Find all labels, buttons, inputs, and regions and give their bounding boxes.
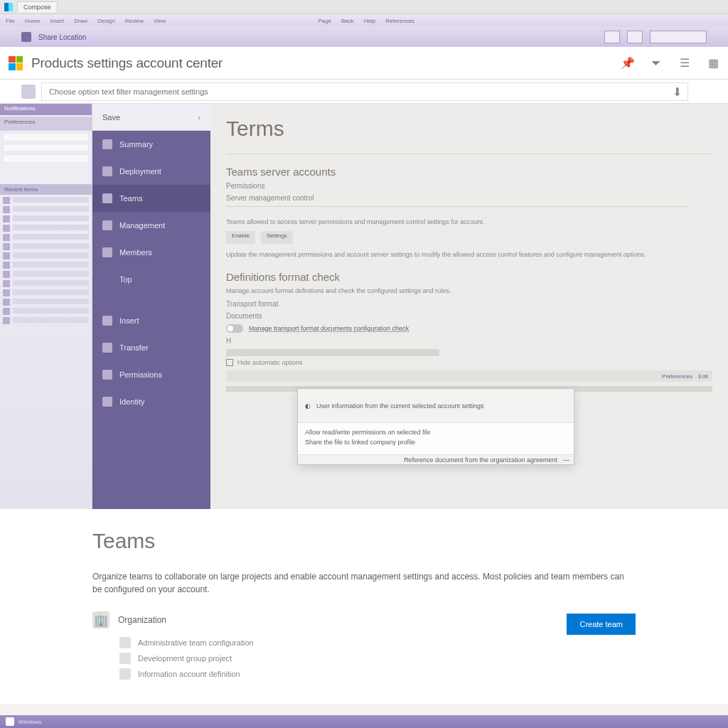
toggle-switch[interactable] (226, 324, 243, 333)
rail-row[interactable] (3, 299, 89, 306)
sidebar-item-transfer[interactable]: Transfer (92, 334, 210, 361)
rail-row[interactable] (3, 317, 89, 324)
rail-placeholder (3, 154, 89, 163)
sidebar-item-label: Permissions (119, 370, 162, 379)
rail-row[interactable] (3, 271, 89, 278)
ribbon-item[interactable]: References (385, 18, 414, 24)
section-label: H (226, 337, 712, 345)
bar-edit-link[interactable]: Edit (698, 373, 708, 380)
section-subtitle: Permissions (226, 182, 712, 190)
ribbon-item[interactable]: Insert (50, 18, 64, 24)
dialog-header: ◐ User information from the current sele… (298, 389, 574, 423)
team-subrow[interactable]: Information account definition (119, 668, 636, 680)
section-subtitle2: Server management control (226, 194, 712, 202)
rail-row[interactable] (3, 243, 89, 250)
identity-icon (102, 397, 112, 407)
team-subrow-label: Development group project (138, 654, 232, 663)
checkbox-row: Hide automatic options (226, 359, 712, 366)
section-description: Teams allowed to access server permissio… (226, 218, 712, 225)
start-button-icon[interactable] (6, 717, 14, 726)
dialog-close-icon[interactable]: — (563, 456, 569, 464)
sidebar-item-label: Deployment (119, 167, 161, 176)
sidebar-item-summary[interactable]: Summary (92, 131, 210, 158)
sidebar-item-permissions[interactable]: Permissions (92, 361, 210, 388)
rail-tab[interactable]: Preferences (0, 117, 92, 131)
download-icon[interactable]: ⬇ (673, 85, 685, 98)
rail-row[interactable] (3, 215, 89, 223)
dialog-body: Allow read/write permissions on selected… (298, 423, 574, 454)
team-subrow[interactable]: Administrative team configuration (119, 637, 636, 648)
apps-icon[interactable]: ▦ (707, 57, 719, 70)
team-subrow-label: Administrative team configuration (138, 638, 254, 647)
members-icon (102, 247, 112, 257)
section-subtitle: Transport format (226, 300, 712, 308)
ribbon-dropdown[interactable] (650, 31, 707, 43)
sidebar-item-identity[interactable]: Identity (92, 388, 210, 415)
create-team-button[interactable]: Create team (567, 614, 636, 635)
rail-row[interactable] (3, 197, 89, 204)
deployment-icon (102, 166, 112, 176)
rail-row[interactable] (3, 225, 89, 232)
teams-section: Teams Organize teams to collaborate on l… (0, 509, 728, 704)
cta-container: Create team (567, 614, 636, 635)
rail-row[interactable] (3, 289, 89, 296)
rail-row[interactable] (3, 252, 89, 259)
ribbon-item[interactable]: Review (125, 18, 144, 24)
placeholder-bar (226, 349, 439, 356)
chevron-right-icon: › (198, 113, 200, 122)
ribbon-app-icon (21, 32, 31, 42)
taskbar-text: Windows (18, 719, 41, 725)
rail-row[interactable] (3, 262, 89, 269)
summary-icon (102, 139, 112, 149)
ribbon-item[interactable]: Design (97, 18, 115, 24)
ribbon-item[interactable]: Draw (74, 18, 87, 24)
rail-row[interactable] (3, 206, 89, 213)
ribbon-item[interactable]: View (154, 18, 166, 24)
sidebar-item-members[interactable]: Members (92, 239, 210, 266)
section-subtitle2: Documents (226, 312, 712, 320)
search-input[interactable] (41, 82, 688, 101)
config-link[interactable]: Manage transport format documents config… (249, 325, 409, 332)
sidebar-item-management[interactable]: Management (92, 212, 210, 239)
settings-button[interactable]: Settings (261, 231, 293, 244)
microsoft-logo-icon (9, 56, 23, 70)
enable-button[interactable]: Enable (226, 231, 255, 244)
sidebar-item-label: Top (119, 275, 132, 284)
sidebar-top[interactable]: Save › (92, 104, 210, 131)
sidebar-item-top[interactable]: Top (92, 266, 210, 293)
sidebar-item-teams[interactable]: Teams (92, 185, 210, 212)
app-titlebar: Products settings account center 📌 ⏷ ☰ ▦ (0, 47, 728, 80)
app-title: Products settings account center (31, 55, 223, 71)
checkbox[interactable] (226, 359, 233, 366)
ribbon-item[interactable]: Help (364, 18, 375, 24)
section-title: Teams server accounts (226, 166, 712, 178)
browser-tab-strip: Compose (0, 0, 728, 14)
ribbon-box[interactable] (604, 31, 620, 43)
divider (226, 206, 688, 207)
taskbar: Windows (0, 715, 728, 728)
sidebar-top-label: Save (102, 113, 120, 122)
ribbon-item[interactable]: File (6, 18, 15, 24)
checkbox-label: Hide automatic options (237, 359, 303, 366)
sidebar-item-label: Management (119, 221, 165, 230)
filter-icon[interactable]: ⏷ (650, 57, 663, 70)
org-icon: 🏢 (92, 611, 109, 628)
org-row: 🏢 Organization (92, 611, 166, 628)
rail-row[interactable] (3, 234, 89, 241)
command-bar: ⬇ (0, 80, 728, 104)
ribbon-item[interactable]: Back (341, 18, 354, 24)
rail-placeholder (3, 133, 89, 141)
team-subrow[interactable]: Development group project (119, 653, 636, 664)
ribbon-box[interactable] (627, 31, 643, 43)
spinner-icon: ◐ (305, 402, 311, 410)
ribbon-item[interactable]: Page (318, 18, 331, 24)
rail-row[interactable] (3, 280, 89, 287)
rail-row[interactable] (3, 308, 89, 315)
browser-tab[interactable]: Compose (17, 1, 58, 12)
sidebar-item-deployment[interactable]: Deployment (92, 158, 210, 185)
pin-icon[interactable]: 📌 (621, 57, 634, 70)
sidebar-item-insert[interactable]: Insert (92, 307, 210, 334)
ribbon-item[interactable]: Home (25, 18, 40, 24)
transfer-icon (102, 343, 112, 353)
menu-icon[interactable]: ☰ (678, 57, 691, 70)
